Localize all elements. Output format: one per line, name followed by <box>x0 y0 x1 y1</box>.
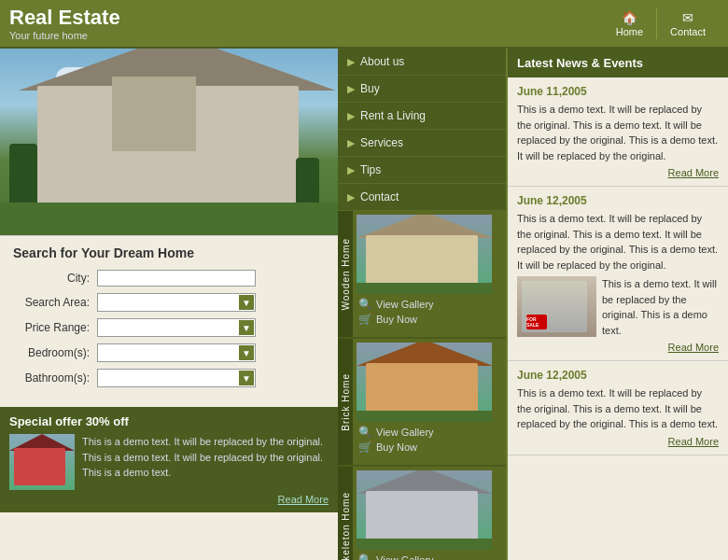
brick-buy-now-button[interactable]: 🛒 Buy Now <box>358 441 500 454</box>
property-wooden-label-text: Wooden Home <box>341 238 351 311</box>
property-wooden-home: Wooden Home 🔍 View Gallery 🛒 Buy Now <box>338 211 506 339</box>
brick-view-gallery-label: View Gallery <box>376 427 434 438</box>
news-image-2: FOR SALE <box>517 276 596 337</box>
city-input[interactable] <box>97 270 256 287</box>
news-item-3: June 12,2005 This is a demo text. It wil… <box>508 361 728 455</box>
price-range-select[interactable] <box>97 318 256 337</box>
property-skeleton-label-text: Skeleton Home <box>341 492 351 560</box>
nav-about-us-label: About us <box>360 55 404 68</box>
special-offer-title: Special offer 30% off <box>9 414 329 428</box>
home-icon: 🏠 <box>622 10 637 25</box>
camera-icon: 🔍 <box>358 298 372 311</box>
wooden-view-gallery-button[interactable]: 🔍 View Gallery <box>358 298 500 311</box>
news-read-more-2[interactable]: Read More <box>517 342 719 353</box>
news-item-2-with-image: FOR SALE This is a demo text. It will be… <box>517 276 719 338</box>
special-offer-section: Special offer 30% off This is a demo tex… <box>0 407 338 512</box>
news-date-1: June 11,2005 <box>517 85 719 98</box>
news-date-3: June 12,2005 <box>517 369 719 382</box>
property-skeleton-image <box>357 470 492 550</box>
offer-house-decoration <box>14 448 65 485</box>
hero-image <box>0 49 338 235</box>
nav-arrow-icon: ▶ <box>347 56 355 68</box>
property-brick-label: Brick Home <box>338 339 353 465</box>
property-brick-label-text: Brick Home <box>341 373 351 431</box>
bedrooms-select[interactable] <box>97 343 256 362</box>
property-skeleton-actions: 🔍 View Gallery 🛒 Buy Now <box>357 550 502 560</box>
left-column: Search for Your Dream Home City: Search … <box>0 49 338 560</box>
news-header: Latest News & Events <box>508 49 728 77</box>
prop-house-decoration <box>366 235 478 287</box>
for-sale-sign: FOR SALE <box>526 315 547 329</box>
news-text-2: This is a demo text. It will be replaced… <box>517 211 719 273</box>
tree-right-decoration <box>296 158 319 209</box>
nav-buy[interactable]: ▶ Buy <box>338 76 506 103</box>
search-area-select[interactable] <box>97 293 256 312</box>
nav-contact-label: Contact <box>360 190 399 203</box>
property-brick-actions: 🔍 View Gallery 🛒 Buy Now <box>357 422 502 461</box>
nav-home-button[interactable]: 🏠 Home <box>603 8 656 39</box>
header-branding: Real Estate Your future home <box>9 6 120 41</box>
news-date-2: June 12,2005 <box>517 194 719 207</box>
main-wrapper: Search for Your Dream Home City: Search … <box>0 49 728 560</box>
news-title: Latest News & Events <box>517 56 643 70</box>
news-item-1: June 11,2005 This is a demo text. It wil… <box>508 77 728 187</box>
property-wooden-image <box>357 215 492 294</box>
nav-services-label: Services <box>360 136 403 149</box>
skeleton-view-gallery-label: View Gallery <box>376 554 434 560</box>
nav-services[interactable]: ▶ Services <box>338 130 506 157</box>
house-details-decoration <box>112 77 196 151</box>
contact-icon: ✉ <box>682 10 693 25</box>
nav-arrow-icon: ▶ <box>347 83 355 95</box>
property-brick-content: 🔍 View Gallery 🛒 Buy Now <box>353 339 506 465</box>
nav-about-us[interactable]: ▶ About us <box>338 49 506 76</box>
cart-icon: 🛒 <box>358 313 372 326</box>
news-read-more-1[interactable]: Read More <box>517 167 719 178</box>
bathrooms-select-wrap: ▼ <box>97 369 256 387</box>
nav-contact-button[interactable]: ✉ Contact <box>656 8 719 39</box>
right-column: Latest News & Events June 11,2005 This i… <box>506 49 728 560</box>
offer-image <box>9 434 75 490</box>
bathrooms-select[interactable] <box>97 369 256 387</box>
tree-left-decoration <box>9 144 37 209</box>
news-text-1: This is a demo text. It will be replaced… <box>517 102 719 163</box>
prop-house-decoration <box>366 363 478 414</box>
wooden-buy-now-button[interactable]: 🛒 Buy Now <box>358 313 500 326</box>
contact-nav-label: Contact <box>670 26 706 37</box>
for-sale-text: FOR SALE <box>526 316 547 328</box>
search-area-row: Search Area: ▼ <box>13 293 325 312</box>
nav-rent-a-living[interactable]: ▶ Rent a Living <box>338 103 506 130</box>
bedrooms-label: Bedroom(s): <box>13 346 97 359</box>
site-title: Real Estate <box>9 6 120 30</box>
camera-icon: 🔍 <box>358 426 372 439</box>
offer-read-more-link[interactable]: Read More <box>9 494 329 505</box>
search-area-label: Search Area: <box>13 296 97 309</box>
bathrooms-row: Bathroom(s): ▼ <box>13 369 325 387</box>
site-subtitle: Your future home <box>9 30 120 41</box>
price-range-row: Price Range: ▼ <box>13 318 325 337</box>
prop-house-decoration <box>366 491 478 542</box>
property-brick-home: Brick Home 🔍 View Gallery 🛒 Buy Now <box>338 339 506 467</box>
header-navigation: 🏠 Home ✉ Contact <box>603 8 719 39</box>
nav-arrow-icon: ▶ <box>347 164 355 176</box>
brick-view-gallery-button[interactable]: 🔍 View Gallery <box>358 426 500 439</box>
wooden-view-gallery-label: View Gallery <box>376 299 434 310</box>
search-title: Search for Your Dream Home <box>13 245 325 260</box>
nav-buy-label: Buy <box>360 82 380 95</box>
house-shape-decoration <box>37 86 299 207</box>
city-row: City: <box>13 270 325 287</box>
nav-contact[interactable]: ▶ Contact <box>338 184 506 211</box>
property-brick-image <box>357 343 492 422</box>
property-wooden-label: Wooden Home <box>338 211 353 337</box>
prop-grass-decoration <box>357 539 492 550</box>
property-wooden-actions: 🔍 View Gallery 🛒 Buy Now <box>357 294 502 333</box>
wooden-buy-now-label: Buy Now <box>376 314 417 325</box>
nav-tips[interactable]: ▶ Tips <box>338 157 506 184</box>
bathrooms-label: Bathroom(s): <box>13 371 97 385</box>
nav-arrow-icon: ▶ <box>347 110 355 122</box>
news-read-more-3[interactable]: Read More <box>517 436 719 447</box>
middle-column: ▶ About us ▶ Buy ▶ Rent a Living ▶ Servi… <box>338 49 506 560</box>
skeleton-view-gallery-button[interactable]: 🔍 View Gallery <box>358 553 500 560</box>
news-text-2b: This is a demo text. It will be replaced… <box>602 276 719 338</box>
nav-arrow-icon: ▶ <box>347 191 355 203</box>
search-section: Search for Your Dream Home City: Search … <box>0 235 338 405</box>
